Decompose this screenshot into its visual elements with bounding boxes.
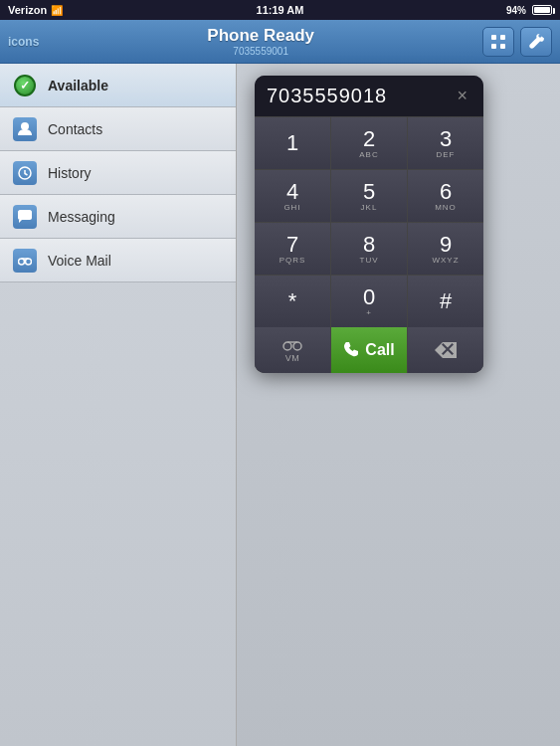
voicemail-icon [12, 248, 38, 274]
call-button[interactable]: Call [331, 327, 407, 373]
key-7-sub: PQRS [280, 257, 306, 265]
key-9[interactable]: 9 WXYZ [408, 223, 483, 275]
key-1-main: 1 [286, 132, 298, 154]
svg-rect-1 [500, 35, 505, 40]
key-3[interactable]: 3 DEF [408, 117, 483, 169]
clock-icon [13, 161, 37, 185]
key-6[interactable]: 6 MNO [408, 170, 483, 222]
check-circle-icon: ✓ [14, 75, 36, 96]
svg-rect-2 [491, 44, 496, 49]
svg-point-4 [21, 122, 29, 130]
history-label: History [48, 165, 92, 181]
messaging-label: Messaging [48, 209, 115, 225]
person-icon [13, 117, 37, 141]
status-bar-left: Verizon 📶 [8, 4, 63, 16]
voicemail-label: Voice Mail [48, 253, 111, 269]
contacts-icon [12, 116, 38, 142]
dialpad-number: 7035559018 [267, 85, 387, 107]
svg-rect-0 [491, 35, 496, 40]
key-4-main: 4 [286, 181, 298, 203]
status-bar: Verizon 📶 11:19 AM 94% [0, 0, 560, 20]
key-2-sub: ABC [359, 151, 378, 159]
grid-button[interactable] [482, 27, 514, 57]
key-hash-main: # [440, 290, 452, 312]
sidebar: ✓ Available Contacts [0, 64, 237, 746]
header-title-area: Phone Ready 7035559001 [207, 26, 314, 57]
content-area: 7035559018 × 1 2 ABC 3 DEF 4 [237, 64, 560, 746]
key-9-main: 9 [440, 234, 452, 256]
key-5-main: 5 [363, 181, 375, 203]
key-0-main: 0 [363, 286, 375, 308]
key-8[interactable]: 8 TUV [331, 223, 407, 275]
key-4-sub: GHI [283, 204, 300, 212]
sidebar-item-available[interactable]: ✓ Available [0, 64, 236, 107]
status-bar-right: 94% [506, 5, 552, 16]
sidebar-item-messaging[interactable]: Messaging [0, 195, 236, 239]
available-icon: ✓ [12, 73, 38, 98]
svg-rect-3 [500, 44, 505, 49]
messaging-icon [12, 204, 38, 230]
key-3-main: 3 [440, 128, 452, 150]
svg-point-7 [26, 259, 32, 265]
dialpad-display: 7035559018 × [255, 76, 483, 117]
key-9-sub: WXYZ [432, 257, 459, 265]
key-3-sub: DEF [437, 151, 456, 159]
key-2-main: 2 [363, 128, 375, 150]
contacts-label: Contacts [48, 121, 102, 137]
key-7-main: 7 [286, 234, 298, 256]
call-btn-label: Call [365, 341, 394, 359]
key-hash[interactable]: # [408, 276, 483, 327]
carrier-label: Verizon [8, 4, 47, 16]
key-4[interactable]: 4 GHI [255, 170, 330, 222]
sidebar-item-history[interactable]: History [0, 151, 236, 195]
status-bar-time: 11:19 AM [257, 4, 304, 16]
svg-point-10 [293, 342, 301, 350]
key-7[interactable]: 7 PQRS [255, 223, 330, 275]
key-0[interactable]: 0 + [331, 276, 407, 327]
key-8-sub: TUV [360, 257, 379, 265]
available-label: Available [48, 78, 108, 93]
key-8-main: 8 [363, 234, 375, 256]
key-1[interactable]: 1 [255, 117, 330, 169]
battery-percent: 94% [506, 5, 526, 16]
key-2[interactable]: 2 ABC [331, 117, 407, 169]
header-subtitle: 7035559001 [233, 46, 288, 57]
tools-button[interactable] [520, 27, 552, 57]
wifi-icon: 📶 [51, 5, 63, 16]
header-actions [482, 27, 552, 57]
backspace-button[interactable] [408, 327, 483, 373]
battery-icon [532, 5, 552, 15]
dialpad-bottom-row: VM Call [255, 327, 483, 373]
call-phone-icon [343, 341, 359, 360]
key-6-main: 6 [440, 181, 452, 203]
history-icon [12, 160, 38, 186]
chat-icon [13, 205, 37, 229]
main-layout: ✓ Available Contacts [0, 64, 560, 746]
sidebar-item-voicemail[interactable]: Voice Mail [0, 239, 236, 282]
voicemail-tape-icon [13, 249, 37, 273]
key-star-main: * [288, 290, 297, 312]
header-title: Phone Ready [207, 26, 314, 46]
key-5[interactable]: 5 JKL [331, 170, 407, 222]
app-header: icons Phone Ready 7035559001 [0, 20, 560, 64]
voicemail-button[interactable]: VM [255, 327, 330, 373]
key-star[interactable]: * [255, 276, 330, 327]
key-5-sub: JKL [361, 204, 378, 212]
dialpad-clear-button[interactable]: × [453, 84, 471, 108]
svg-point-6 [19, 259, 25, 265]
sidebar-item-contacts[interactable]: Contacts [0, 107, 236, 151]
key-0-sub: + [366, 309, 372, 317]
key-6-sub: MNO [435, 204, 457, 212]
dialpad-keys: 1 2 ABC 3 DEF 4 GHI 5 JKL [255, 117, 483, 327]
dialpad-popup: 7035559018 × 1 2 ABC 3 DEF 4 [255, 76, 483, 373]
voicemail-btn-label: VM [285, 353, 300, 363]
svg-point-9 [283, 342, 291, 350]
header-back-label[interactable]: icons [8, 35, 39, 49]
